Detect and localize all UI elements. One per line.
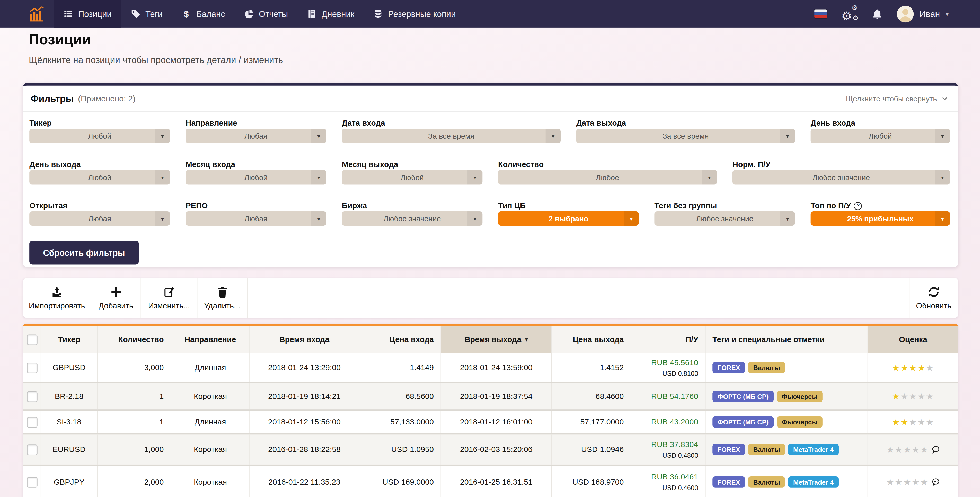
filter-select[interactable]: Любое значение▾ [654,211,795,226]
filter-label-text: День выхода [29,160,81,169]
caret-down-icon: ▾ [468,211,482,226]
tag-badge[interactable]: Валюты [748,444,785,455]
tag-badge[interactable]: Фьючерсы [777,416,822,428]
filter-select[interactable]: За всё время▾ [576,129,795,143]
star-icon: ★ [903,445,912,454]
row-checkbox[interactable] [27,444,37,455]
column-header[interactable]: Время входа [250,327,360,353]
tags-cell: ФОРТС (МБ СР)Фьючерсы [706,383,868,409]
filter-label-text: Дата входа [342,119,385,127]
nav-item-journal[interactable]: Дневник [298,0,364,27]
nav-item-reports[interactable]: Отчеты [234,0,298,27]
tag-badge[interactable]: FOREX [713,362,745,373]
quantity-cell-value: 1,000 [144,445,164,454]
edit-button[interactable]: Изменить... [141,278,197,318]
table-row[interactable]: GBPUSD3,000Длинная2018-01-24 13:29:001.4… [23,353,958,382]
user-menu[interactable]: Иван ▾ [897,5,948,22]
exit-time-cell: 2016-01-25 16:31:51 [441,466,552,497]
tags-cell: FOREXВалютыMetaTrader 4 [706,466,868,497]
entry-price-cell: 1.4149 [360,353,441,382]
row-checkbox[interactable] [27,362,37,373]
column-header[interactable]: Тикер [41,327,97,353]
column-header-label: Цена выхода [573,335,624,344]
filter-field: Топ по П/У?25% прибыльных▾ [811,201,950,226]
filter-select[interactable]: Любое значение▾ [342,211,483,226]
filter-select[interactable]: Любой▾ [186,170,326,185]
filter-select[interactable]: Любой▾ [29,129,170,143]
import-button[interactable]: Импортировать [23,278,91,318]
navbar-right: ⚙ ⚙ ⚙ Иван ▾ [814,5,948,22]
column-header[interactable]: П/У [631,327,705,353]
row-checkbox[interactable] [27,417,37,427]
tag-badge[interactable]: FOREX [713,476,745,488]
bar-chart-logo[interactable] [28,5,45,22]
filter-select[interactable]: Любое▾ [498,170,717,185]
entry-price-cell-value: USD 1.0950 [391,445,434,454]
tag-badge[interactable]: Валюты [748,362,785,373]
exit-price-cell-value: 57,177.0000 [580,418,624,427]
filter-select[interactable]: Любое значение▾ [732,170,950,185]
entry-time-cell: 2018-01-12 15:56:00 [250,411,360,433]
table-row[interactable]: BR-2.181Короткая2018-01-19 18:14:2168.56… [23,382,958,409]
direction-cell-value: Короткая [194,445,227,454]
add-button[interactable]: Добавить [91,278,141,318]
row-checkbox-cell [23,353,41,382]
filter-label: Тикер [29,119,170,127]
filter-select-value: Любое [498,173,702,182]
table-row[interactable]: GBPJPY2,000Короткая2016-01-22 11:35:23US… [23,465,958,497]
pl-sub-value: USD 0.4600 [662,484,698,491]
tag-badge[interactable]: ФОРТС (МБ СР) [713,391,773,402]
filter-field: РЕПОЛюбая▾ [186,201,326,226]
page-title: Позиции [29,31,91,48]
filter-select-value: Любой [29,132,155,140]
select-all-checkbox[interactable] [27,334,37,345]
language-flag-russia-icon[interactable] [814,9,827,18]
column-header-label: Теги и специальные отметки [713,335,824,344]
column-header[interactable]: Количество [97,327,171,353]
entry-time-cell: 2016-01-28 18:22:58 [250,435,360,465]
column-header-label: Оценка [899,335,927,344]
tag-badge[interactable]: FOREX [713,444,745,455]
column-header-label: Цена входа [390,335,434,344]
filter-select[interactable]: Любой▾ [342,170,483,185]
delete-button[interactable]: Удалить... [197,278,248,318]
filter-label: Открытая [29,201,170,210]
filter-field: НаправлениеЛюбая▾ [186,119,326,143]
filter-select[interactable]: Любая▾ [29,211,170,226]
filter-select[interactable]: Любой▾ [29,170,170,185]
column-header[interactable]: Оценка [868,327,958,353]
filter-select[interactable]: 25% прибыльных▾ [811,211,950,226]
nav-item-backups[interactable]: Резервные копии [364,0,465,27]
reset-filters-button[interactable]: Сбросить фильтры [29,241,139,264]
filter-select[interactable]: Любая▾ [186,211,326,226]
tag-badge[interactable]: Валюты [748,476,785,488]
filter-select[interactable]: За всё время▾ [342,129,561,143]
column-header[interactable]: Цена выхода [552,327,632,353]
table-row[interactable]: EURUSD1,000Короткая2016-01-28 18:22:58US… [23,433,958,464]
filters-collapse-toggle[interactable]: Щелкните чтобы свернуть [846,94,948,103]
refresh-button[interactable]: Обновить [909,278,958,318]
table-row[interactable]: Si-3.181Длинная2018-01-12 15:56:0057,133… [23,409,958,433]
column-header[interactable]: Время выхода▾ [441,327,552,353]
tag-badge[interactable]: Фьючерсы [777,391,822,402]
tag-badge[interactable]: MetaTrader 4 [788,476,838,488]
filter-select[interactable]: Любая▾ [186,129,326,143]
gear-small-icon: ⚙ [851,4,858,11]
row-checkbox[interactable] [27,477,37,487]
row-checkbox[interactable] [27,391,37,401]
notifications-bell-icon[interactable] [872,8,883,19]
column-header[interactable]: Цена входа [360,327,441,353]
nav-item-tags[interactable]: Теги [121,0,172,27]
column-header[interactable]: Теги и специальные отметки [706,327,868,353]
column-header[interactable]: Направление [171,327,250,353]
settings-gears-icon[interactable]: ⚙ ⚙ ⚙ [841,6,858,21]
help-circle-icon[interactable]: ? [854,202,862,210]
nav-item-balance[interactable]: $Баланс [172,0,234,27]
nav-item-positions[interactable]: Позиции [54,0,121,27]
filter-label: Месяц выхода [342,160,483,169]
tag-badge[interactable]: ФОРТС (МБ СР) [713,416,773,428]
filter-select[interactable]: Любой▾ [811,129,950,143]
filter-select[interactable]: 2 выбрано▾ [498,211,639,226]
edit-icon [163,286,175,298]
tag-badge[interactable]: MetaTrader 4 [788,444,838,455]
